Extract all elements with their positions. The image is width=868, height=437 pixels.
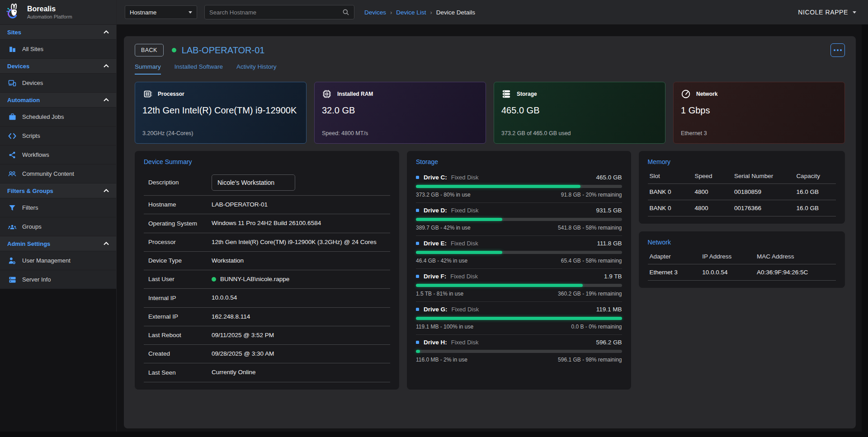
sidebar-section-devices[interactable]: Devices xyxy=(0,58,116,73)
brand-header: Borealis Automation Platform xyxy=(0,0,116,24)
storage-card: Storage 465.0 GB 373.2 GB of 465.0 GB us… xyxy=(494,82,665,144)
drive-name: Drive E: xyxy=(424,240,447,247)
more-actions-button[interactable] xyxy=(830,43,845,57)
chevron-up-icon xyxy=(104,189,109,193)
sidebar-item-workflows[interactable]: Workflows xyxy=(0,145,116,164)
drive-row-c: Drive C: Fixed Disk 465.0 GB 373.2 GB - … xyxy=(416,170,622,203)
row-label: Hostname xyxy=(148,200,212,209)
tab-installed-software[interactable]: Installed Software xyxy=(175,63,223,75)
sidebar-item-scheduled-jobs[interactable]: Scheduled Jobs xyxy=(0,107,116,126)
detail-panels-row: Device Summary Description Hostname LAB-… xyxy=(135,151,845,390)
drive-size: 931.5 GB xyxy=(596,207,622,214)
sidebar-section-sites[interactable]: Sites xyxy=(0,24,116,39)
people-icon xyxy=(8,170,16,178)
breadcrumb-devices[interactable]: Devices xyxy=(364,9,386,16)
sidebar-item-devices[interactable]: Devices xyxy=(0,73,116,92)
description-input[interactable] xyxy=(212,174,295,191)
drive-used: 116.0 MB - 2% in use xyxy=(416,357,467,363)
drive-bullet-icon xyxy=(416,209,419,212)
section-label: Automation xyxy=(7,97,40,103)
drive-name: Drive D: xyxy=(424,207,447,214)
tab-activity-history[interactable]: Activity History xyxy=(236,63,277,75)
sidebar-item-scripts[interactable]: Scripts xyxy=(0,126,116,145)
funnel-icon xyxy=(8,204,16,212)
sidebar-section-automation[interactable]: Automation xyxy=(0,92,116,107)
drive-row-g: Drive G: Fixed Disk 119.1 MB 119.1 MB - … xyxy=(416,302,622,335)
groups-icon xyxy=(8,223,16,231)
sidebar-section-admin-settings[interactable]: Admin Settings xyxy=(0,236,116,251)
stat-card-value: 32.0 GB xyxy=(322,105,478,116)
sidebar-item-server-info[interactable]: Server Info xyxy=(0,270,116,289)
device-details-card: BACK LAB-OPERATOR-01 Summary Installed S… xyxy=(124,36,856,428)
hostname-filter-select[interactable]: Hostname xyxy=(125,5,197,19)
drive-remaining: 91.8 GB - 20% remaining xyxy=(561,192,622,198)
stat-card-label: Storage xyxy=(517,91,537,97)
row-value: Currently Online xyxy=(212,368,387,377)
devices-icon xyxy=(8,79,16,87)
stat-card-value: 465.0 GB xyxy=(501,105,658,116)
cell-speed: 4800 xyxy=(693,184,732,200)
row-value: 09/28/2025 @ 3:30 AM xyxy=(212,349,387,358)
brand-subtitle: Automation Platform xyxy=(27,14,72,19)
summary-row-external-ip: External IP 162.248.8.114 xyxy=(144,308,390,326)
device-summary-panel: Device Summary Description Hostname LAB-… xyxy=(135,151,399,390)
user-menu[interactable]: NICOLE RAPPE xyxy=(798,9,856,16)
search-input[interactable] xyxy=(209,9,342,16)
search-icon[interactable] xyxy=(342,9,349,16)
sidebar-item-label: Scheduled Jobs xyxy=(22,113,64,120)
row-label: Last Reboot xyxy=(148,331,212,340)
drive-usage-bar xyxy=(416,284,622,287)
drive-type: Fixed Disk xyxy=(451,174,479,181)
table-row: BANK 0 4800 00176366 16.0 GB xyxy=(648,200,836,216)
summary-row-created: Created 09/28/2025 @ 3:30 AM xyxy=(144,345,390,363)
chevron-up-icon xyxy=(104,30,109,34)
row-label: Last Seen xyxy=(148,368,212,377)
content-background: BACK LAB-OPERATOR-01 Summary Installed S… xyxy=(117,24,862,432)
row-label: Processor xyxy=(148,238,212,247)
drive-usage-bar xyxy=(416,218,622,221)
server-icon xyxy=(8,276,16,284)
sidebar-item-user-management[interactable]: User Management xyxy=(0,251,116,270)
breadcrumb-separator: › xyxy=(430,9,432,16)
device-tabs: Summary Installed Software Activity Hist… xyxy=(135,63,845,75)
summary-row-internal-ip: Internal IP 10.0.0.54 xyxy=(144,289,390,307)
back-button[interactable]: BACK xyxy=(135,44,164,56)
sidebar-item-filters[interactable]: Filters xyxy=(0,198,116,217)
stat-cards-row: Processor 12th Gen Intel(R) Core(TM) i9-… xyxy=(135,82,845,144)
row-value: 12th Gen Intel(R) Core(TM) i9-12900K (3.… xyxy=(212,238,387,247)
row-label: Device Type xyxy=(148,256,212,265)
app-window: Borealis Automation Platform Sites All S… xyxy=(0,0,868,432)
summary-row-last-reboot: Last Reboot 09/11/2025 @ 3:52 PM xyxy=(144,326,390,345)
search-field xyxy=(204,5,354,19)
sidebar-item-all-sites[interactable]: All Sites xyxy=(0,39,116,58)
drive-usage-bar xyxy=(416,185,622,188)
breadcrumb-separator: › xyxy=(390,9,392,16)
sidebar-item-groups[interactable]: Groups xyxy=(0,217,116,236)
drive-name: Drive G: xyxy=(424,306,448,313)
drive-bullet-icon xyxy=(416,275,419,278)
row-value: Workstation xyxy=(212,256,387,265)
drive-remaining: 541.8 GB - 58% remaining xyxy=(558,225,622,231)
summary-row-device-type: Device Type Workstation xyxy=(144,252,390,270)
row-label: Operating System xyxy=(148,219,212,228)
stat-card-sub: 3.20GHz (24-Cores) xyxy=(142,130,299,136)
drive-remaining: 65.4 GB - 58% remaining xyxy=(561,258,622,264)
table-row: BANK 0 4800 00180859 16.0 GB xyxy=(648,184,836,200)
drive-size: 1.9 TB xyxy=(604,273,622,280)
drive-row-h: Drive H: Fixed Disk 596.2 GB 116.0 MB - … xyxy=(416,335,622,367)
sidebar-nav: Sites All Sites Devices Devices xyxy=(0,24,116,289)
chevron-down-icon xyxy=(853,11,856,14)
summary-row-last-user: Last User BUNNY-LAB\nicole.rappe xyxy=(144,270,390,289)
panel-title: Memory xyxy=(648,158,836,165)
network-card: Network 1 Gbps Ethernet 3 xyxy=(673,82,845,144)
drive-size: 119.1 MB xyxy=(596,306,622,313)
sidebar-section-filters-groups[interactable]: Filters & Groups xyxy=(0,183,116,198)
breadcrumb-device-list[interactable]: Device List xyxy=(396,9,426,16)
tab-summary[interactable]: Summary xyxy=(135,63,161,75)
page-title: LAB-OPERATOR-01 xyxy=(182,45,265,56)
drive-bullet-icon xyxy=(416,341,419,344)
drive-bullet-icon xyxy=(416,308,419,311)
cell-adapter: Ethernet 3 xyxy=(648,264,701,281)
cell-capacity: 16.0 GB xyxy=(794,200,836,216)
sidebar-item-community-content[interactable]: Community Content xyxy=(0,164,116,183)
